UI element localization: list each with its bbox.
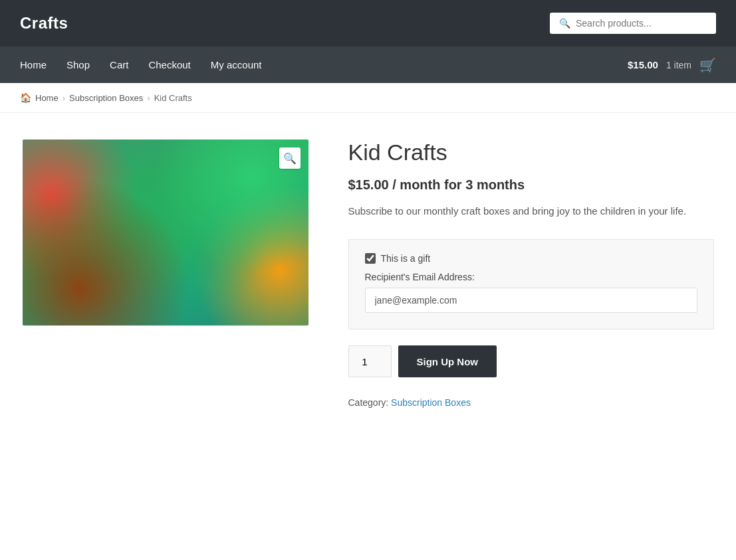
main-content: 🔍 Kid Crafts $15.00 / month for 3 months… — [3, 113, 734, 441]
product-image-wrap: 🔍 — [23, 140, 308, 326]
breadcrumb: 🏠 Home › Subscription Boxes › Kid Crafts — [0, 83, 736, 113]
signup-button[interactable]: Sign Up Now — [398, 345, 497, 377]
nav-links: Home Shop Cart Checkout My account — [20, 59, 261, 71]
category-label: Category: — [348, 397, 389, 408]
craft-scene-bg — [23, 140, 308, 326]
product-image — [23, 140, 308, 326]
site-header: Crafts 🔍 — [0, 0, 736, 47]
nav-checkout[interactable]: Checkout — [148, 59, 190, 70]
gift-checkbox-row: This is a gift — [365, 253, 697, 264]
search-input[interactable] — [576, 18, 707, 29]
cart-price: $15.00 — [628, 59, 658, 70]
home-icon: 🏠 — [20, 92, 31, 103]
product-title: Kid Crafts — [348, 140, 714, 165]
breadcrumb-sep-1: › — [62, 93, 65, 103]
nav-home[interactable]: Home — [20, 59, 47, 70]
category-link[interactable]: Subscription Boxes — [391, 397, 471, 408]
cart-icon[interactable]: 🛒 — [699, 57, 716, 73]
add-to-cart-row: Sign Up Now — [348, 345, 714, 377]
product-description: Subscribe to our monthly craft boxes and… — [348, 203, 714, 219]
cart-count: 1 item — [666, 60, 691, 70]
breadcrumb-home[interactable]: Home — [35, 93, 59, 103]
site-logo[interactable]: Crafts — [20, 14, 68, 33]
recipient-email-label: Recipient's Email Address: — [365, 272, 697, 282]
quantity-input[interactable] — [348, 345, 392, 377]
product-price: $15.00 / month for 3 months — [348, 177, 714, 193]
nav-shop[interactable]: Shop — [66, 59, 90, 70]
search-icon: 🔍 — [559, 18, 570, 29]
product-details: Kid Crafts $15.00 / month for 3 months S… — [348, 140, 714, 408]
zoom-button[interactable]: 🔍 — [279, 147, 301, 169]
breadcrumb-current: Kid Crafts — [154, 93, 192, 103]
gift-checkbox[interactable] — [365, 253, 376, 264]
recipient-email-input[interactable] — [365, 288, 697, 313]
nav-myaccount[interactable]: My account — [211, 59, 262, 70]
breadcrumb-sep-2: › — [147, 93, 150, 103]
search-bar: 🔍 — [550, 13, 716, 34]
cart-summary: $15.00 1 item 🛒 — [628, 57, 716, 73]
product-category: Category: Subscription Boxes — [348, 397, 714, 408]
gift-section: This is a gift Recipient's Email Address… — [348, 239, 714, 329]
breadcrumb-parent[interactable]: Subscription Boxes — [69, 93, 143, 103]
nav-cart[interactable]: Cart — [110, 59, 128, 70]
gift-checkbox-label[interactable]: This is a gift — [381, 253, 431, 264]
product-layout: 🔍 Kid Crafts $15.00 / month for 3 months… — [23, 140, 714, 408]
main-nav: Home Shop Cart Checkout My account $15.0… — [0, 47, 736, 83]
